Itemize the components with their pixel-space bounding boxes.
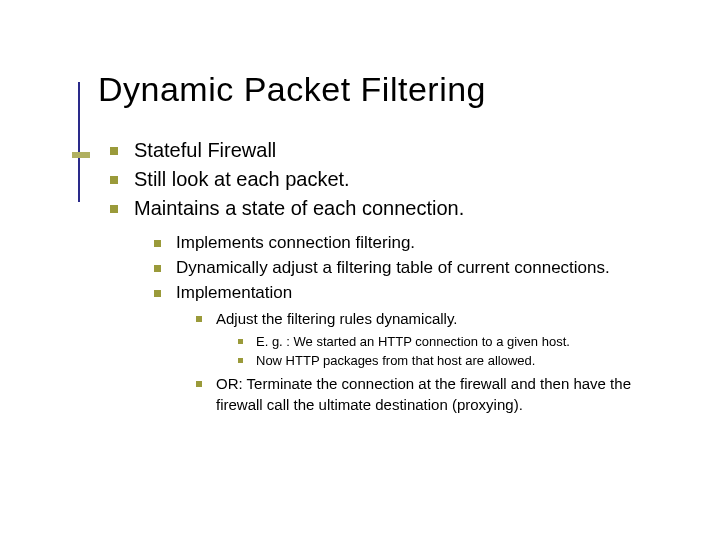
list-item-text: Still look at each packet.: [134, 168, 350, 190]
square-bullet-icon: [196, 316, 202, 322]
accent-tick: [72, 152, 90, 158]
list-item: Still look at each packet.: [110, 166, 680, 193]
square-bullet-icon: [154, 290, 161, 297]
bullet-list-level1: Stateful Firewall Still look at each pac…: [110, 137, 680, 415]
list-item: Maintains a state of each connection. Im…: [110, 195, 680, 415]
square-bullet-icon: [110, 205, 118, 213]
list-item: OR: Terminate the connection at the fire…: [196, 374, 680, 415]
accent-bar: [78, 82, 80, 202]
slide-title: Dynamic Packet Filtering: [98, 70, 680, 109]
bullet-list-level4: E. g. : We started an HTTP connection to…: [238, 333, 680, 370]
list-item-text: Implementation: [176, 283, 292, 302]
list-item-text: Adjust the filtering rules dynamically.: [216, 310, 458, 327]
bullet-list-level2: Implements connection filtering. Dynamic…: [154, 232, 680, 415]
list-item-text: Now HTTP packages from that host are all…: [256, 353, 535, 368]
square-bullet-icon: [154, 265, 161, 272]
square-bullet-icon: [238, 339, 243, 344]
square-bullet-icon: [196, 381, 202, 387]
square-bullet-icon: [110, 176, 118, 184]
slide: Dynamic Packet Filtering Stateful Firewa…: [0, 0, 720, 461]
list-item: E. g. : We started an HTTP connection to…: [238, 333, 680, 351]
list-item: Now HTTP packages from that host are all…: [238, 352, 680, 370]
list-item-text: Maintains a state of each connection.: [134, 197, 464, 219]
list-item: Implements connection filtering.: [154, 232, 680, 255]
list-item: Implementation Adjust the filtering rule…: [154, 282, 680, 415]
square-bullet-icon: [110, 147, 118, 155]
list-item-text: Stateful Firewall: [134, 139, 276, 161]
list-item-text: Dynamically adjust a filtering table of …: [176, 258, 610, 277]
list-item: Stateful Firewall: [110, 137, 680, 164]
list-item-text: E. g. : We started an HTTP connection to…: [256, 334, 570, 349]
list-item-text: Implements connection filtering.: [176, 233, 415, 252]
bullet-list-level3: Adjust the filtering rules dynamically. …: [196, 309, 680, 415]
square-bullet-icon: [154, 240, 161, 247]
list-item: Dynamically adjust a filtering table of …: [154, 257, 680, 280]
list-item: Adjust the filtering rules dynamically. …: [196, 309, 680, 371]
list-item-text: OR: Terminate the connection at the fire…: [216, 375, 631, 412]
square-bullet-icon: [238, 358, 243, 363]
